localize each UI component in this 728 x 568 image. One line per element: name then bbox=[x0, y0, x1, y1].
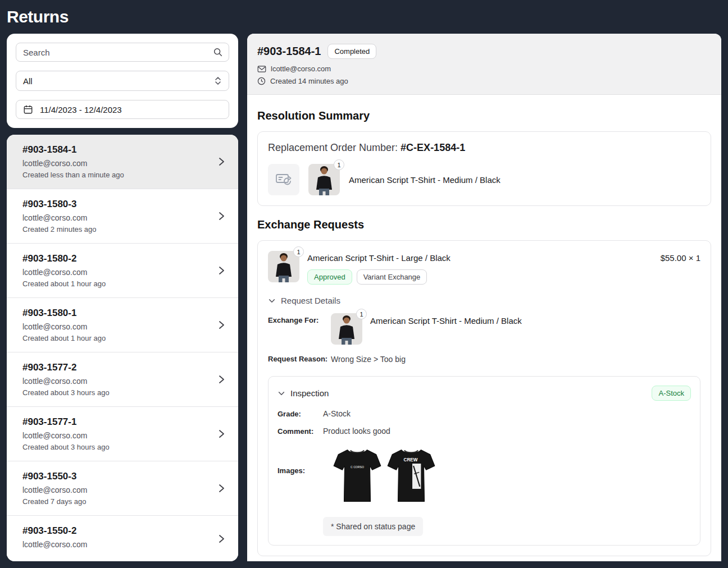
astock-badge: A-Stock bbox=[652, 386, 691, 401]
search-box bbox=[16, 43, 229, 62]
return-email: lcottle@corso.com bbox=[22, 540, 211, 549]
exchange-item-price: $55.00 × 1 bbox=[661, 253, 700, 263]
return-created: Created about 3 hours ago bbox=[22, 443, 211, 451]
exchange-for-item-name: American Script T-Shirt - Medium / Black bbox=[370, 313, 522, 326]
list-item[interactable]: #903-1550-2 lcottle@corso.com bbox=[7, 516, 238, 561]
grade-label: Grade: bbox=[277, 409, 323, 418]
return-id: #903-1550-3 bbox=[22, 471, 211, 482]
variant-exchange-badge: Variant Exchange bbox=[357, 269, 427, 285]
exchange-receipt-icon bbox=[275, 171, 293, 189]
replacement-order-label: Replacement Order Number: bbox=[268, 142, 398, 153]
return-created: Created 2 minutes ago bbox=[22, 225, 211, 233]
detail-header: #903-1584-1 Completed lcottle@corso.com … bbox=[247, 34, 721, 95]
return-id: #903-1584-1 bbox=[22, 144, 211, 155]
status-filter-select[interactable]: All bbox=[16, 71, 229, 91]
main-layout: All 11/4/2023 - 12/4/2023 #903-1584-1 lc… bbox=[0, 34, 728, 561]
return-email: lcottle@corso.com bbox=[22, 377, 211, 386]
replacement-item-name: American Script T-Shirt - Medium / Black bbox=[349, 175, 501, 185]
replacement-order-number: #C-EX-1584-1 bbox=[401, 142, 465, 153]
list-item[interactable]: #903-1577-2 lcottle@corso.com Created ab… bbox=[7, 352, 238, 407]
detail-created: Created 14 minutes ago bbox=[270, 77, 348, 85]
resolution-summary-card: Replacement Order Number: #C-EX-1584-1 bbox=[257, 131, 711, 206]
detail-return-id: #903-1584-1 bbox=[257, 45, 321, 58]
grade-value: A-Stock bbox=[323, 409, 351, 418]
return-created: Created about 1 hour ago bbox=[22, 280, 211, 288]
exchange-item-name: American Script T-Shirt - Large / Black bbox=[307, 253, 451, 263]
approved-badge: Approved bbox=[307, 269, 352, 285]
quantity-badge: 1 bbox=[334, 159, 344, 170]
detail-body: Resolution Summary Replacement Order Num… bbox=[247, 95, 721, 561]
return-created: Created 7 days ago bbox=[22, 497, 211, 506]
search-input[interactable] bbox=[16, 43, 229, 62]
chevron-right-icon bbox=[216, 210, 227, 222]
sidebar: All 11/4/2023 - 12/4/2023 #903-1584-1 lc… bbox=[7, 34, 238, 561]
comment-value: Product looks good bbox=[323, 427, 390, 436]
list-item[interactable]: #903-1580-3 lcottle@corso.com Created 2 … bbox=[7, 189, 238, 244]
request-reason-value: Wrong Size > Too big bbox=[331, 352, 406, 364]
detail-panel: #903-1584-1 Completed lcottle@corso.com … bbox=[247, 34, 721, 561]
filters-card: All 11/4/2023 - 12/4/2023 bbox=[7, 34, 238, 128]
inspection-card: Inspection A-Stock Grade: A-Stock Commen… bbox=[268, 376, 700, 546]
status-badge: Completed bbox=[327, 44, 376, 59]
detail-email: lcottle@corso.com bbox=[271, 65, 331, 73]
return-email: lcottle@corso.com bbox=[22, 213, 211, 222]
comment-label: Comment: bbox=[277, 427, 323, 436]
app-header: Returns bbox=[0, 0, 728, 34]
search-icon bbox=[213, 47, 223, 57]
returns-list-card: #903-1584-1 lcottle@corso.com Created le… bbox=[7, 135, 238, 561]
chevron-up-down-icon bbox=[214, 76, 222, 85]
exchange-requests-heading: Exchange Requests bbox=[257, 218, 711, 231]
exchange-request-card: 1 American Script T-Shirt - Large / Blac… bbox=[257, 240, 711, 556]
list-item[interactable]: #903-1550-3 lcottle@corso.com Created 7 … bbox=[7, 461, 238, 516]
return-email: lcottle@corso.com bbox=[22, 322, 211, 331]
chevron-right-icon bbox=[216, 374, 227, 385]
request-details-toggle[interactable]: Request Details bbox=[268, 296, 700, 305]
chevron-right-icon bbox=[216, 156, 227, 167]
return-email: lcottle@corso.com bbox=[22, 268, 211, 277]
date-range-value: 11/4/2023 - 12/4/2023 bbox=[40, 105, 122, 114]
images-label: Images: bbox=[277, 444, 323, 475]
date-range-picker[interactable]: 11/4/2023 - 12/4/2023 bbox=[16, 100, 229, 119]
resolution-summary-heading: Resolution Summary bbox=[257, 109, 711, 122]
svg-text:CREW: CREW bbox=[404, 457, 418, 462]
return-email: lcottle@corso.com bbox=[22, 485, 211, 494]
chevron-down-icon bbox=[268, 297, 276, 305]
detail-email-row: lcottle@corso.com bbox=[257, 65, 711, 73]
list-item[interactable]: #903-1580-2 lcottle@corso.com Created ab… bbox=[7, 244, 238, 298]
return-created: Created less than a minute ago bbox=[22, 171, 211, 179]
exchange-for-thumb: 1 bbox=[331, 313, 362, 345]
return-id: #903-1550-2 bbox=[22, 525, 211, 537]
request-reason-label: Request Reason: bbox=[268, 352, 331, 363]
chevron-down-icon[interactable] bbox=[277, 390, 285, 397]
replacement-icon-thumb bbox=[268, 164, 299, 195]
images-row: Images: C CORSO CREW bbox=[277, 444, 691, 510]
mail-icon bbox=[257, 65, 266, 73]
returns-list: #903-1584-1 lcottle@corso.com Created le… bbox=[7, 135, 238, 561]
list-item[interactable]: #903-1580-1 lcottle@corso.com Created ab… bbox=[7, 298, 238, 352]
return-created: Created about 1 hour ago bbox=[22, 334, 211, 342]
return-email: lcottle@corso.com bbox=[22, 431, 211, 440]
status-filter-value: All bbox=[23, 76, 33, 86]
request-reason-row: Request Reason: Wrong Size > Too big bbox=[268, 352, 700, 364]
grade-row: Grade: A-Stock bbox=[277, 409, 691, 418]
replacement-item-thumb: 1 bbox=[308, 164, 340, 195]
list-item[interactable]: #903-1577-1 lcottle@corso.com Created ab… bbox=[7, 407, 238, 461]
chevron-right-icon bbox=[216, 483, 227, 494]
list-item[interactable]: #903-1584-1 lcottle@corso.com Created le… bbox=[7, 135, 238, 189]
return-id: #903-1580-2 bbox=[22, 253, 211, 264]
quantity-badge: 1 bbox=[293, 246, 304, 257]
inspection-photo-front[interactable]: C CORSO bbox=[331, 444, 383, 510]
exchange-for-label: Exchange For: bbox=[268, 313, 331, 324]
inspection-photo-back[interactable]: CREW bbox=[385, 444, 437, 510]
quantity-badge: 1 bbox=[356, 309, 367, 319]
chevron-right-icon bbox=[216, 533, 227, 544]
chevron-right-icon bbox=[216, 265, 227, 276]
chevron-right-icon bbox=[216, 428, 227, 439]
return-id: #903-1577-2 bbox=[22, 362, 211, 373]
return-created: Created about 3 hours ago bbox=[22, 388, 211, 397]
exchange-item-thumb: 1 bbox=[268, 251, 299, 285]
shared-status-note: * Shared on status page bbox=[323, 517, 423, 536]
comment-row: Comment: Product looks good bbox=[277, 427, 691, 436]
exchange-for-row: Exchange For: 1 American Script T-Shirt … bbox=[268, 313, 700, 345]
return-email: lcottle@corso.com bbox=[22, 159, 211, 168]
